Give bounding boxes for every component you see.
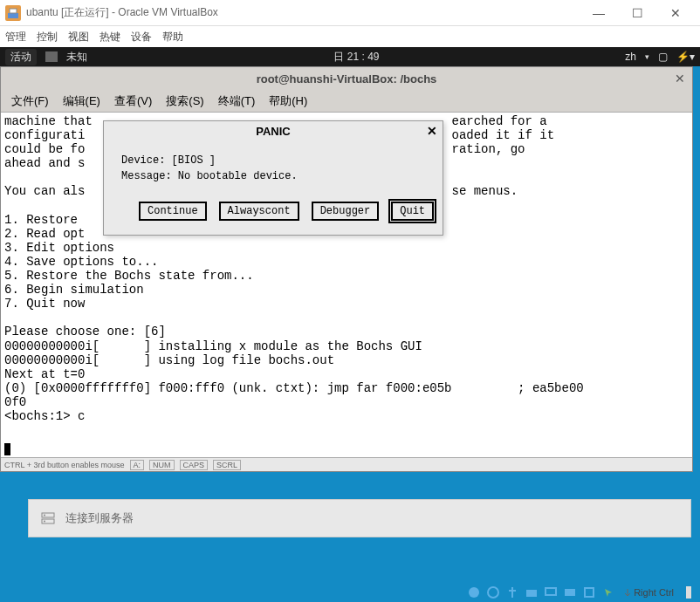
- virtualbox-menubar: 管理 控制 视图 热键 设备 帮助: [0, 26, 700, 47]
- term-menu-edit[interactable]: 编辑(E): [58, 92, 106, 111]
- panic-message-line: Message: No bootable device.: [121, 170, 425, 182]
- tray-app-icon[interactable]: ▢: [658, 51, 668, 63]
- panic-titlebar[interactable]: PANIC ✕: [104, 121, 443, 140]
- menu-view[interactable]: 视图: [68, 30, 89, 44]
- menu-manage[interactable]: 管理: [5, 30, 26, 44]
- gnome-top-bar: 活动 未知 日 21 : 49 zh ▾ ▢ ⚡▾: [0, 47, 700, 66]
- activities-button[interactable]: 活动: [5, 49, 37, 65]
- svg-point-7: [488, 587, 498, 598]
- svg-rect-1: [10, 9, 17, 13]
- caps-lock-indicator: CAPS: [180, 460, 209, 470]
- terminal-menubar: 文件(F) 编辑(E) 查看(V) 搜索(S) 终端(T) 帮助(H): [1, 90, 692, 113]
- mouse-hint: CTRL + 3rd button enables mouse: [4, 461, 125, 469]
- menu-hotkeys[interactable]: 热键: [100, 30, 120, 44]
- virtualbox-icon: [5, 5, 21, 21]
- mouse-integration-icon[interactable]: [600, 585, 616, 600]
- menu-devices[interactable]: 设备: [131, 30, 152, 44]
- svg-rect-12: [565, 589, 575, 596]
- virtualbox-titlebar: ubantu [正在运行] - Oracle VM VirtualBox — ☐…: [0, 0, 700, 26]
- terminal-titlebar[interactable]: root@huanshi-VirtualBox: /bochs ✕: [1, 67, 692, 90]
- svg-rect-14: [686, 586, 691, 599]
- term-menu-terminal[interactable]: 终端(T): [213, 92, 261, 111]
- connect-server-label: 连接到服务器: [65, 510, 134, 526]
- quit-button[interactable]: Quit: [391, 202, 434, 221]
- host-key-arrow-icon: [623, 588, 632, 597]
- scroll-lock-indicator: SCRL: [213, 460, 241, 470]
- bochs-status-bar: CTRL + 3rd button enables mouse A: NUM C…: [1, 457, 692, 471]
- terminal-title: root@huanshi-VirtualBox: /bochs: [257, 72, 437, 86]
- svg-point-5: [44, 521, 45, 523]
- panic-dialog: PANIC ✕ Device: [BIOS ] Message: No boot…: [103, 120, 443, 236]
- display-icon[interactable]: [543, 585, 559, 600]
- usb-icon[interactable]: [504, 585, 520, 600]
- maximize-button[interactable]: ☐: [618, 1, 656, 25]
- term-menu-view[interactable]: 查看(V): [109, 92, 157, 111]
- svg-rect-10: [526, 590, 537, 597]
- current-app-icon: [45, 51, 58, 62]
- menu-control[interactable]: 控制: [37, 30, 58, 44]
- debugger-button[interactable]: Debugger: [312, 202, 380, 221]
- power-indicator[interactable]: ⚡▾: [676, 51, 695, 63]
- alwayscont-button[interactable]: Alwayscont: [219, 202, 299, 221]
- hard-disk-icon[interactable]: [466, 585, 482, 600]
- panic-close-button[interactable]: ✕: [427, 124, 437, 138]
- terminal-close-button[interactable]: ✕: [675, 72, 685, 86]
- panic-message: Device: [BIOS ] Message: No bootable dev…: [104, 140, 443, 198]
- optical-disk-icon[interactable]: [485, 585, 501, 600]
- current-app-label: 未知: [66, 50, 87, 65]
- recording-icon[interactable]: [562, 585, 578, 600]
- svg-rect-0: [8, 13, 18, 18]
- cpu-icon[interactable]: [581, 585, 597, 600]
- guest-desktop: 活动 未知 日 21 : 49 zh ▾ ▢ ⚡▾ root@huanshi-V…: [0, 47, 700, 602]
- panic-device-line: Device: [BIOS ]: [121, 154, 425, 167]
- continue-button[interactable]: Continue: [139, 202, 207, 221]
- minimize-button[interactable]: —: [580, 1, 618, 25]
- svg-rect-13: [585, 588, 594, 597]
- window-title: ubantu [正在运行] - Oracle VM VirtualBox: [26, 5, 580, 20]
- input-method-indicator[interactable]: zh: [625, 51, 636, 63]
- panic-button-row: Continue Alwayscont Debugger Quit: [104, 198, 443, 235]
- svg-point-6: [469, 587, 479, 598]
- term-menu-file[interactable]: 文件(F): [6, 92, 54, 111]
- svg-point-4: [44, 515, 45, 516]
- clock-time: 21 : 49: [347, 51, 380, 63]
- term-menu-help[interactable]: 帮助(H): [264, 92, 312, 111]
- clock-day: 日: [333, 50, 344, 65]
- clock[interactable]: 日 21 : 49: [333, 50, 380, 65]
- connect-server-bar[interactable]: 连接到服务器: [28, 499, 691, 537]
- close-button[interactable]: ✕: [656, 1, 695, 25]
- svg-rect-11: [546, 588, 556, 595]
- tray-end-icon: [681, 585, 697, 600]
- drive-a-indicator: A:: [130, 460, 145, 470]
- menu-help[interactable]: 帮助: [162, 30, 183, 44]
- virtualbox-tray: Right Ctrl: [463, 583, 700, 602]
- term-menu-search[interactable]: 搜索(S): [161, 92, 209, 111]
- shared-folder-icon[interactable]: [524, 585, 539, 600]
- host-key-indicator[interactable]: Right Ctrl: [623, 587, 674, 598]
- num-lock-indicator: NUM: [149, 460, 175, 470]
- panic-title-text: PANIC: [256, 125, 290, 138]
- server-icon: [41, 511, 55, 525]
